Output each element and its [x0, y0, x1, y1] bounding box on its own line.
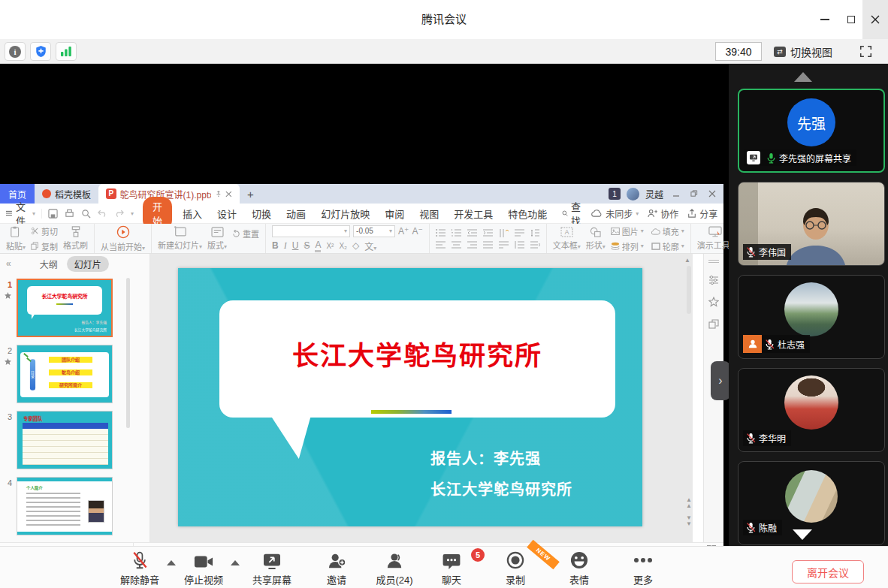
align-right-icon[interactable] [467, 241, 477, 249]
print-icon[interactable] [65, 209, 74, 219]
align-left-icon[interactable] [436, 241, 446, 249]
undo-icon[interactable] [98, 209, 107, 218]
numbered-list-icon[interactable] [452, 229, 461, 237]
reset-button[interactable]: 重置 [232, 228, 259, 240]
strikethrough-button[interactable]: S [304, 240, 310, 251]
phonetic-button[interactable]: 文▾ [364, 240, 376, 252]
subscript-button[interactable]: X₂ [339, 242, 347, 250]
canvas-scroll-up-icon[interactable]: ▲ [684, 257, 690, 264]
new-tab-button[interactable]: + [240, 184, 261, 204]
more-button[interactable]: 更多 [616, 551, 670, 586]
text-direction-icon[interactable] [499, 229, 509, 237]
layout-button[interactable]: 版式▾ [207, 227, 227, 251]
justify-icon[interactable] [483, 241, 493, 249]
unmute-button[interactable]: 解除静音 [113, 551, 167, 586]
slide-thumbnail-4[interactable]: 个人简介 [17, 477, 113, 535]
participant-tile-video[interactable]: 李伟国 [738, 182, 885, 266]
emoji-button[interactable]: 表情 [552, 551, 606, 586]
pin-tab-icon[interactable] [215, 190, 222, 198]
close-button[interactable] [862, 0, 888, 39]
fill-button[interactable]: 填充▾ [651, 225, 684, 237]
menu-design[interactable]: 设计 [210, 207, 244, 221]
superscript-button[interactable]: X² [326, 242, 334, 250]
font-family-combo[interactable]: ▾ [272, 225, 350, 237]
collapse-panel-icon[interactable]: « [6, 258, 11, 269]
participant-tile-sharer[interactable]: 先强 李先强的屏幕共享 [738, 89, 885, 173]
scroll-down-icon[interactable] [793, 529, 812, 540]
menu-view[interactable]: 视图 [412, 207, 446, 221]
present-tools-button[interactable]: 演示工具▾ [697, 226, 733, 251]
thumbnails-scrollbar[interactable] [126, 278, 130, 428]
menu-review[interactable]: 审阅 [377, 207, 412, 221]
close-tab-icon[interactable] [225, 191, 232, 198]
bold-button[interactable]: B [272, 240, 279, 251]
underline-button[interactable]: U [292, 240, 299, 251]
stop-video-button[interactable]: 停止视频 [177, 551, 231, 586]
slide-thumbnail-1[interactable]: 长江大学鸵鸟研究所 报告人：李先强 长江大学鸵鸟研究所 [17, 279, 113, 337]
share-screen-button[interactable]: 共享屏幕 [245, 551, 299, 586]
next-slide-icon[interactable]: ▼▼ [686, 515, 692, 527]
slide-thumbnail-3[interactable]: 专家团队 [17, 411, 113, 469]
wps-minimize-icon[interactable] [672, 190, 680, 198]
canvas-scrollbar[interactable] [687, 266, 691, 314]
menu-animation[interactable]: 动画 [279, 207, 313, 221]
menu-devtools[interactable]: 开发工具 [446, 207, 500, 221]
network-signal-button[interactable] [56, 42, 77, 61]
objects-icon[interactable] [708, 319, 719, 329]
menu-slideshow[interactable]: 幻灯片放映 [313, 207, 377, 221]
outline-button[interactable]: 轮廓▾ [651, 240, 684, 252]
wps-restore-icon[interactable] [690, 190, 698, 198]
quickbar-more-icon[interactable]: ▾ [131, 210, 134, 217]
increase-font-icon[interactable]: A⁺ [398, 226, 409, 237]
notification-badge[interactable]: 1 [609, 188, 621, 200]
decrease-font-icon[interactable]: A⁻ [412, 226, 422, 237]
distribute-icon[interactable] [499, 241, 509, 249]
print-preview-icon[interactable] [81, 209, 91, 219]
menu-special[interactable]: 特色功能 [500, 207, 554, 221]
bullet-list-icon[interactable] [436, 229, 446, 237]
slides-tab[interactable]: 幻灯片 [67, 256, 109, 272]
picture-button[interactable]: 图片▾ [611, 225, 644, 237]
wps-user-name[interactable]: 灵越 [645, 188, 663, 201]
format-painter-button[interactable]: 格式刷 [63, 226, 88, 251]
sync-status-button[interactable]: 未同步▾ [591, 207, 639, 220]
current-slide[interactable]: 长江大学鸵鸟研究所 报告人：李先强 长江大学鸵鸟研究所 [178, 268, 642, 526]
invite-button[interactable]: 邀请 [310, 551, 364, 586]
clear-format-icon[interactable]: ◇ [352, 240, 359, 251]
arrange-button[interactable]: 排列▾ [611, 240, 644, 252]
wps-tab-docer[interactable]: 稻壳模板 [35, 184, 98, 204]
font-color-button[interactable]: A [315, 240, 321, 252]
outline-tab[interactable]: 大纲 [40, 258, 58, 270]
play-from-current-button[interactable]: 从当前开始▾ [101, 225, 145, 252]
meeting-security-button[interactable] [30, 42, 51, 61]
fullscreen-button[interactable] [859, 45, 872, 58]
collaborate-button[interactable]: 协作 [648, 207, 678, 220]
copy-button[interactable]: 复制 [31, 240, 58, 252]
paragraph-spacing-icon[interactable] [515, 241, 524, 249]
new-slide-button[interactable]: 新建幻灯片▾ [158, 226, 202, 251]
menu-transition[interactable]: 切换 [244, 207, 279, 221]
decrease-indent-icon[interactable] [467, 229, 477, 237]
cut-button[interactable]: 剪切 [31, 225, 58, 237]
participant-tile-3[interactable]: 杜志强 [738, 275, 885, 359]
shapes-button[interactable]: 形状▾ [586, 227, 606, 251]
line-spacing-icon[interactable] [530, 229, 539, 237]
menu-insert[interactable]: 插入 [175, 207, 210, 221]
paste-button[interactable]: 粘贴▾ [6, 226, 26, 252]
video-options-arrow[interactable] [231, 560, 240, 565]
scroll-up-icon[interactable] [794, 72, 812, 82]
italic-button[interactable]: I [284, 240, 287, 252]
prev-slide-icon[interactable]: ▲▲ [686, 497, 692, 509]
panel-handle-icon[interactable] [708, 260, 719, 263]
paragraph-settings-icon[interactable] [530, 241, 540, 249]
smart-assistant-icon[interactable] [708, 297, 719, 307]
align-center-icon[interactable] [452, 241, 461, 249]
expand-panel-button[interactable]: › [711, 361, 730, 400]
share-document-button[interactable]: 分享 [687, 207, 717, 220]
switch-view-button[interactable]: ⇄ 切换视图 [774, 42, 832, 61]
chat-button[interactable]: 聊天 [424, 551, 479, 586]
members-button[interactable]: 成员(24) [367, 551, 421, 586]
record-button[interactable]: 录制 [488, 551, 542, 586]
redo-icon[interactable] [114, 209, 124, 218]
leave-meeting-button[interactable]: 离开会议 [792, 560, 864, 583]
